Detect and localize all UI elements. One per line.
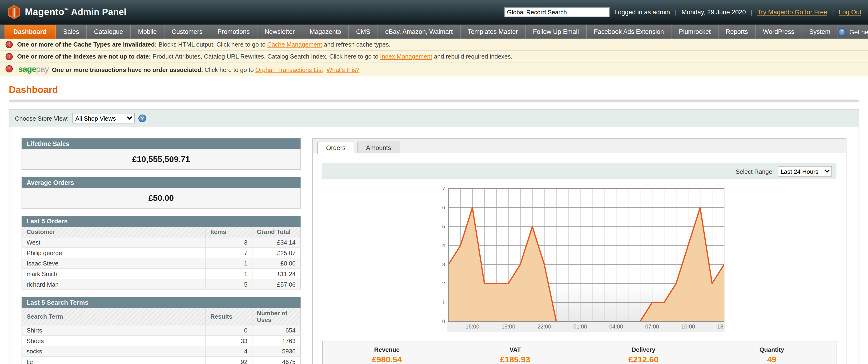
y-axis-tick-label: 5 [442, 224, 444, 230]
warning-plain-text: Blocks HTML output. Click here to go to [157, 41, 267, 47]
table-cell: 5936 [252, 346, 300, 357]
logo-admin-panel: Admin Panel [71, 6, 126, 16]
dashboard-content-box: Choose Store View: All Shop Views ? Life… [9, 109, 859, 364]
warning-plain-text: Click here to go to [203, 66, 255, 73]
nav-item-magazento[interactable]: Magazento [303, 25, 349, 39]
lifetime-sales-value: £10,555,509.71 [22, 149, 301, 170]
magento-admin-page: Magento™Admin Panel Logged in as admin |… [0, 0, 868, 364]
table-row[interactable]: socks45936 [22, 346, 300, 357]
table-row[interactable]: Shirts0654 [22, 325, 300, 336]
total-stat-label: Quantity [708, 346, 836, 353]
table-cell: West [22, 237, 206, 247]
select-range-bar: Select Range: Last 24 Hours [322, 163, 836, 179]
table-cell: 654 [252, 325, 300, 336]
total-stat-value: £980.54 [323, 355, 451, 364]
nav-item-wordpress[interactable]: WordPress [756, 25, 802, 39]
log-out-link[interactable]: Log Out [839, 8, 861, 15]
nav-item-customers[interactable]: Customers [164, 25, 210, 39]
nav-item-templates-master[interactable]: Templates Master [461, 25, 526, 39]
tab-amounts[interactable]: Amounts [357, 141, 400, 153]
table-cell: Philip george [22, 247, 206, 258]
x-axis-tick-label: 01:00 [573, 324, 587, 330]
warning-link[interactable]: Orphan Transactions List [255, 66, 323, 73]
nav-item-catalogue[interactable]: Catalogue [87, 25, 131, 39]
current-date: Monday, 29 June 2020 [682, 8, 746, 15]
get-help-link[interactable]: ? Get help for this page [838, 25, 868, 39]
nav-items: DashboardSalesCatalogueMobileCustomersPr… [0, 25, 838, 39]
nav-item-mobile[interactable]: Mobile [131, 25, 164, 39]
nav-item-dashboard[interactable]: Dashboard [4, 25, 56, 39]
table-row[interactable]: mark Smith1£11.24 [22, 268, 300, 279]
warning-link[interactable]: What's this? [327, 66, 360, 73]
tab-orders[interactable]: Orders [317, 141, 354, 154]
y-axis-tick-label: 4 [442, 242, 444, 248]
table-row[interactable]: Isaac Steve1£0.00 [22, 258, 300, 268]
nav-item-reports[interactable]: Reports [718, 25, 756, 39]
get-help-label: Get help for this page [849, 28, 868, 35]
table-row[interactable]: richard Man5£57.06 [22, 279, 300, 290]
warning-link[interactable]: Cache Management [267, 41, 322, 47]
nav-item-plumrocket[interactable]: Plumrocket [672, 25, 718, 39]
nav-item-follow-up-email[interactable]: Follow Up Email [526, 25, 587, 39]
lifetime-sales-title: Lifetime Sales [22, 138, 301, 149]
select-range-dropdown[interactable]: Last 24 Hours [778, 166, 832, 176]
y-axis-tick-label: 7 [442, 187, 444, 191]
try-magento-go-link[interactable]: Try Magento Go for Free [757, 8, 827, 15]
nav-item-ebay-amazon-walmart[interactable]: eBay, Amazon, Walmart [378, 25, 461, 39]
help-question-icon: ? [838, 28, 846, 36]
nav-item-sales[interactable]: Sales [56, 25, 87, 39]
total-stat-quantity: Quantity49 [708, 346, 836, 364]
totals-summary-box: Revenue£980.54VAT£185.93Delivery£212.60Q… [322, 341, 836, 364]
magento-logo-icon [8, 5, 21, 19]
select-range-label: Select Range: [736, 168, 774, 174]
warning-message: !One or more of the Cache Types are inva… [0, 39, 868, 51]
table-cell: £34.14 [252, 237, 300, 247]
x-axis-tick-label: 19:00 [501, 324, 515, 330]
table-cell: £25.07 [252, 247, 300, 258]
total-stat-value: £185.93 [451, 355, 579, 364]
nav-item-promotions[interactable]: Promotions [210, 25, 257, 39]
notification-area: !One or more of the Cache Types are inva… [0, 39, 868, 76]
page-title: Dashboard [9, 85, 859, 96]
nav-item-facebook-ads-extension[interactable]: Facebook Ads Extension [587, 25, 672, 39]
table-row[interactable]: West3£34.14 [22, 237, 300, 247]
table-row[interactable]: Shoes331763 [22, 336, 300, 346]
table-cell: socks [22, 346, 206, 357]
search-table-header-row: Search TermResultsNumber of Uses [22, 308, 300, 325]
x-axis-tick-label: 07:00 [645, 324, 659, 330]
last-5-orders-title: Last 5 Orders [22, 216, 301, 227]
table-cell: 4675 [252, 357, 300, 364]
column-header-items: Items [206, 227, 252, 237]
table-row[interactable]: Philip george7£25.07 [22, 247, 300, 258]
global-record-search-input[interactable] [504, 7, 609, 17]
nav-item-newsletter[interactable]: Newsletter [257, 25, 303, 39]
warning-link[interactable]: Index Management [380, 53, 432, 60]
table-cell: Isaac Steve [22, 258, 206, 268]
table-row[interactable]: tie924675 [22, 357, 300, 364]
right-column: OrdersAmounts Select Range: Last 24 Hour… [312, 138, 846, 364]
warning-plain-text: and rebuild required indexes. [432, 53, 513, 60]
store-view-select[interactable]: All Shop Views [72, 113, 134, 124]
table-cell: 1763 [252, 336, 300, 346]
x-axis-tick-label: 10:00 [681, 324, 695, 330]
column-header-grand-total: Grand Total [252, 227, 300, 237]
chart-panel-content: Select Range: Last 24 Hours 0123456716:0… [313, 153, 846, 364]
table-cell: 3 [206, 237, 252, 247]
total-stat-value: £212.60 [579, 355, 708, 364]
separator: | [832, 8, 834, 15]
warning-bold-text: One or more transactions have no order a… [52, 66, 203, 73]
warning-bold-text: One or more of the Indexes are not up to… [17, 53, 151, 60]
total-stat-delivery: Delivery£212.60 [579, 346, 708, 364]
warning-message: !sagepayOne or more transactions have no… [0, 63, 868, 76]
store-view-help-icon[interactable]: ? [138, 114, 146, 122]
table-cell: 1 [206, 258, 252, 268]
x-axis-tick-label: 16:00 [465, 324, 479, 330]
nav-item-system[interactable]: System [802, 25, 838, 39]
column-header-number-of-uses: Number of Uses [252, 308, 300, 325]
warning-plain-text: Product Attributes, Catalog URL Rewrites… [151, 53, 380, 60]
nav-item-cms[interactable]: CMS [349, 25, 378, 39]
average-orders-card: Average Orders £50.00 [22, 177, 301, 208]
table-cell: 7 [206, 247, 252, 258]
table-cell: richard Man [22, 279, 206, 290]
main-nav: DashboardSalesCatalogueMobileCustomersPr… [0, 24, 868, 39]
